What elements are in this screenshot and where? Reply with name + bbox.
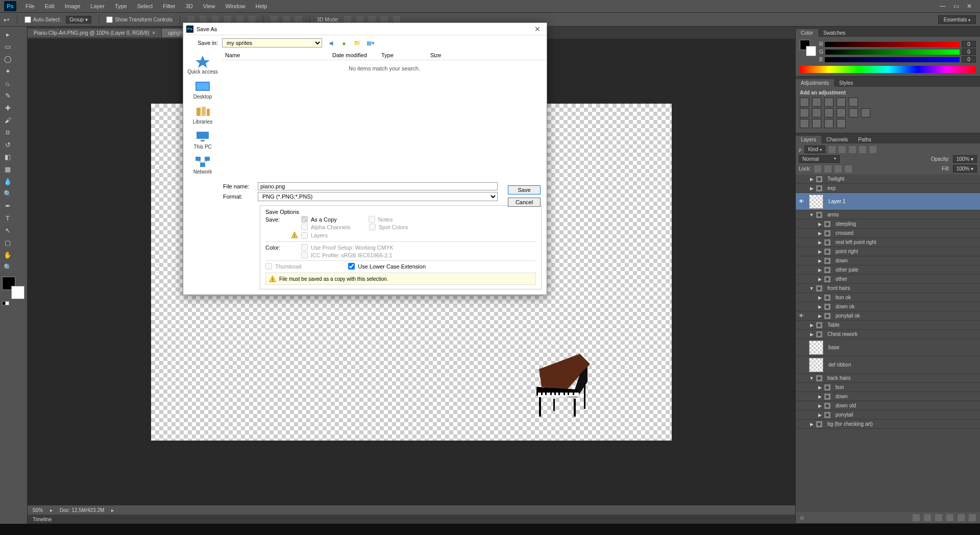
layer-row[interactable]: 👁Layer 1 [796, 193, 980, 210]
layer-row[interactable]: ▶▣point right [796, 247, 980, 256]
color-swatch[interactable] [2, 277, 24, 299]
timeline-panel[interactable]: Timeline [28, 515, 795, 524]
close-button[interactable]: ✕ [966, 3, 973, 10]
tab-adjustments[interactable]: Adjustments [796, 79, 834, 87]
save-in-dropdown[interactable]: my sprites [222, 38, 322, 47]
adj-brightness-icon[interactable] [800, 98, 809, 107]
lowercase-checkbox[interactable] [348, 263, 355, 270]
lock-transparent-icon[interactable] [814, 165, 821, 173]
filter-smart-icon[interactable] [869, 146, 876, 153]
blur-tool[interactable]: 💧 [2, 176, 13, 187]
mode3d-icon[interactable] [381, 16, 388, 23]
adj-photo-icon[interactable] [824, 108, 834, 117]
col-name[interactable]: Name [222, 52, 329, 58]
default-colors[interactable] [2, 300, 11, 305]
place-quick-access[interactable]: Quick access [183, 55, 222, 75]
eyedropper-tool[interactable]: ✎ [2, 90, 13, 101]
menu-view[interactable]: View [198, 2, 220, 11]
type-tool[interactable]: T [2, 212, 13, 224]
layer-row[interactable]: ▶▣steepling [796, 220, 980, 229]
pen-tool[interactable]: ✒ [2, 200, 13, 211]
layer-row[interactable]: ▼▣back hairs [796, 374, 980, 383]
new-group-icon[interactable] [946, 514, 953, 521]
menu-help[interactable]: Help [251, 2, 273, 11]
disclosure-icon[interactable]: ▶ [817, 403, 822, 408]
layer-row[interactable]: ▶▣other pale [796, 265, 980, 275]
adj-gradient-icon[interactable] [824, 119, 834, 128]
as-copy-checkbox[interactable] [301, 216, 308, 223]
mode3d-icon[interactable] [369, 16, 376, 23]
layer-row[interactable]: ▶▣bun ok [796, 293, 980, 302]
distribute-icon[interactable] [271, 16, 278, 23]
disclosure-icon[interactable]: ▶ [817, 249, 822, 254]
adj-mixer-icon[interactable] [837, 108, 846, 117]
adj-curves-icon[interactable] [824, 98, 834, 107]
visibility-toggle[interactable]: 👁 [798, 199, 805, 204]
delete-layer-icon[interactable] [969, 514, 976, 521]
disclosure-icon[interactable]: ▶ [809, 422, 814, 427]
disclosure-icon[interactable]: ▶ [817, 295, 822, 300]
disclosure-icon[interactable]: ▶ [817, 240, 822, 245]
file-list[interactable]: Name Date modified Type Size No items ma… [222, 51, 547, 179]
menu-file[interactable]: File [20, 2, 40, 11]
layer-row[interactable]: ▶▣down ok [796, 302, 980, 311]
disclosure-icon[interactable]: ▶ [809, 186, 814, 191]
brush-tool[interactable]: 🖌 [2, 114, 13, 126]
align-icon[interactable] [236, 16, 243, 23]
blend-mode-dropdown[interactable]: Normal ▾ [799, 155, 840, 163]
dialog-close-button[interactable]: ✕ [531, 25, 544, 33]
adj-selective-icon[interactable] [837, 119, 846, 128]
layer-row[interactable]: ▶▣Chest rework [796, 330, 980, 339]
link-layers-icon[interactable] [913, 514, 920, 521]
eraser-tool[interactable]: ◧ [2, 151, 13, 162]
lasso-tool[interactable]: ◯ [2, 53, 13, 64]
move-tool[interactable]: ▸ [2, 29, 13, 40]
filter-shape-icon[interactable] [859, 146, 866, 153]
layer-row[interactable]: ▼▣arms [796, 210, 980, 220]
dodge-tool[interactable]: 🔍 [2, 188, 13, 199]
status-arrow-icon[interactable]: ▸ [111, 507, 114, 513]
distribute-icon[interactable] [283, 16, 290, 23]
tab-color[interactable]: Color [796, 29, 818, 37]
color-spectrum[interactable] [800, 66, 976, 73]
stamp-tool[interactable]: ⧈ [2, 127, 13, 138]
magic-wand-tool[interactable]: ✦ [2, 65, 13, 77]
view-menu-icon[interactable]: ▦▾ [366, 38, 375, 47]
zoom-level[interactable]: 50% [33, 507, 43, 513]
layer-row[interactable]: base [796, 339, 980, 356]
layer-row[interactable]: 👁▶▣ponytail ok [796, 311, 980, 321]
taskbar[interactable] [0, 524, 980, 535]
place-this-pc[interactable]: This PC [183, 130, 222, 150]
tab-styles[interactable]: Styles [834, 79, 858, 87]
icc-checkbox[interactable] [301, 252, 308, 258]
place-desktop[interactable]: Desktop [183, 80, 222, 100]
disclosure-icon[interactable]: ▶ [817, 258, 822, 263]
col-size[interactable]: Size [427, 52, 463, 58]
menu-select[interactable]: Select [132, 2, 158, 11]
filter-adj-icon[interactable] [839, 146, 846, 153]
tab-swatches[interactable]: Swatches [818, 29, 850, 37]
document-tab[interactable]: Piano-Clip-Art-PNG.png @ 100% (Layer 0, … [28, 29, 162, 37]
b-value[interactable]: 0 [962, 56, 976, 63]
adj-posterize-icon[interactable] [800, 119, 809, 128]
fill-input[interactable]: 100% ▾ [953, 165, 977, 173]
format-dropdown[interactable]: PNG (*.PNG;*.PNS) [258, 192, 498, 201]
col-type[interactable]: Type [378, 52, 427, 58]
align-icon[interactable] [212, 16, 219, 23]
align-icon[interactable] [187, 16, 194, 23]
healing-tool[interactable]: ✚ [2, 102, 13, 113]
tab-layers[interactable]: Layers [796, 136, 821, 143]
tab-channels[interactable]: Channels [821, 136, 853, 143]
mode3d-icon[interactable] [356, 16, 363, 23]
adj-hue-icon[interactable] [800, 108, 809, 117]
disclosure-icon[interactable]: ▶ [817, 222, 822, 227]
visibility-toggle[interactable]: 👁 [798, 313, 805, 319]
menu-edit[interactable]: Edit [40, 2, 60, 11]
layer-row[interactable]: def ribbon [796, 356, 980, 374]
menu-image[interactable]: Image [60, 2, 86, 11]
new-layer-icon[interactable] [958, 514, 965, 521]
adj-exposure-icon[interactable] [837, 98, 846, 107]
auto-select-checkbox[interactable] [24, 16, 31, 23]
menu-layer[interactable]: Layer [85, 2, 110, 11]
disclosure-icon[interactable]: ▼ [809, 212, 814, 217]
